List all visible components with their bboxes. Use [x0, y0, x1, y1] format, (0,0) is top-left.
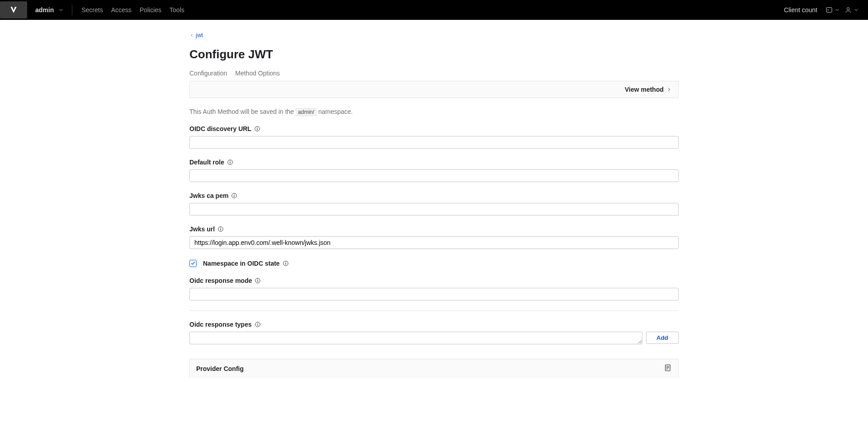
section-divider [189, 310, 679, 311]
console-dropdown[interactable] [826, 6, 840, 14]
namespace-label: admin [35, 6, 54, 14]
tab-method-options[interactable]: Method Options [235, 70, 280, 81]
default-role-input[interactable] [189, 169, 679, 182]
namespace-note: This Auth Method will be saved in the ad… [189, 108, 679, 115]
oidc-discovery-url-input[interactable] [189, 136, 679, 149]
oidc-response-mode-label: Oidc response mode [189, 277, 252, 284]
chevron-left-icon [189, 33, 194, 38]
field-oidc-discovery-url: OIDC discovery URL [189, 125, 679, 149]
field-oidc-response-types: Oidc response types Add [189, 321, 679, 344]
header-right: Client count [784, 6, 868, 14]
main-content: jwt Configure JWT Configuration Method O… [189, 20, 679, 405]
breadcrumb-back[interactable]: jwt [189, 32, 679, 38]
tab-configuration[interactable]: Configuration [189, 70, 227, 81]
provider-config-bar: Provider Config [189, 359, 679, 378]
field-default-role: Default role [189, 159, 679, 182]
jwks-ca-pem-input[interactable] [189, 203, 679, 216]
svg-rect-0 [826, 8, 832, 13]
user-dropdown[interactable] [844, 6, 859, 14]
oidc-response-mode-input[interactable] [189, 288, 679, 300]
check-icon [190, 261, 196, 266]
svg-rect-25 [666, 367, 669, 368]
nav-link-access[interactable]: Access [111, 6, 132, 14]
svg-rect-26 [666, 369, 668, 369]
oidc-discovery-url-label: OIDC discovery URL [189, 125, 251, 132]
json-toggle-button[interactable] [664, 364, 672, 373]
chevron-down-icon [854, 7, 859, 13]
svg-rect-9 [234, 195, 235, 197]
svg-rect-21 [257, 324, 258, 326]
info-icon[interactable] [217, 226, 224, 232]
user-icon [844, 6, 852, 14]
view-method-bar: View method [189, 81, 679, 98]
svg-rect-12 [220, 229, 221, 230]
oidc-response-types-input[interactable] [189, 332, 642, 344]
info-icon[interactable] [255, 321, 261, 328]
ns-note-prefix: This Auth Method will be saved in the [189, 108, 296, 115]
document-icon [664, 364, 672, 372]
svg-rect-6 [230, 162, 230, 164]
default-role-label: Default role [189, 159, 224, 166]
oidc-response-types-label: Oidc response types [189, 321, 252, 328]
info-icon[interactable] [254, 126, 260, 132]
page-title: Configure JWT [189, 47, 679, 61]
svg-rect-22 [257, 323, 258, 324]
jwks-url-input[interactable] [189, 236, 679, 249]
svg-rect-15 [285, 263, 286, 265]
vault-logo-icon [9, 6, 18, 14]
svg-rect-13 [220, 228, 221, 228]
provider-config-label: Provider Config [196, 365, 244, 372]
primary-nav: Secrets Access Policies Tools [72, 6, 184, 14]
nav-link-policies[interactable]: Policies [140, 6, 161, 14]
svg-point-1 [847, 8, 849, 10]
add-button[interactable]: Add [646, 332, 679, 344]
nav-link-tools[interactable]: Tools [170, 6, 184, 14]
terminal-icon [826, 6, 833, 14]
chevron-down-icon [835, 7, 840, 13]
namespace-dropdown[interactable]: admin [27, 5, 72, 15]
svg-rect-3 [257, 128, 257, 130]
info-icon[interactable] [231, 192, 237, 199]
app-header: admin Secrets Access Policies Tools Clie… [0, 0, 868, 20]
svg-rect-16 [285, 262, 286, 263]
svg-rect-4 [257, 127, 257, 128]
svg-rect-19 [258, 279, 258, 280]
field-jwks-ca-pem: Jwks ca pem [189, 192, 679, 216]
app-logo[interactable] [0, 1, 27, 19]
jwks-ca-pem-label: Jwks ca pem [189, 192, 228, 199]
ns-note-chip: admin/ [296, 108, 316, 116]
chevron-right-icon [666, 87, 672, 92]
breadcrumb-label: jwt [196, 32, 203, 38]
svg-rect-18 [258, 280, 258, 282]
client-count-link[interactable]: Client count [784, 6, 817, 14]
view-method-link[interactable]: View method [625, 86, 672, 93]
info-icon[interactable] [255, 277, 261, 284]
namespace-in-state-label: Namespace in OIDC state [203, 260, 280, 267]
field-jwks-url: Jwks url [189, 225, 679, 249]
ns-note-suffix: namespace. [316, 108, 353, 115]
info-icon[interactable] [227, 159, 233, 165]
field-oidc-response-mode: Oidc response mode [189, 277, 679, 300]
namespace-in-state-checkbox[interactable] [189, 260, 197, 267]
svg-rect-10 [234, 194, 235, 195]
chevron-down-icon [58, 7, 64, 13]
nav-link-secrets[interactable]: Secrets [81, 6, 103, 14]
tab-bar: Configuration Method Options [189, 70, 679, 81]
view-method-label: View method [625, 86, 664, 93]
svg-rect-7 [230, 161, 230, 161]
jwks-url-label: Jwks url [189, 225, 215, 233]
svg-rect-24 [666, 366, 669, 366]
field-namespace-in-state: Namespace in OIDC state [189, 260, 679, 267]
info-icon[interactable] [283, 260, 289, 267]
